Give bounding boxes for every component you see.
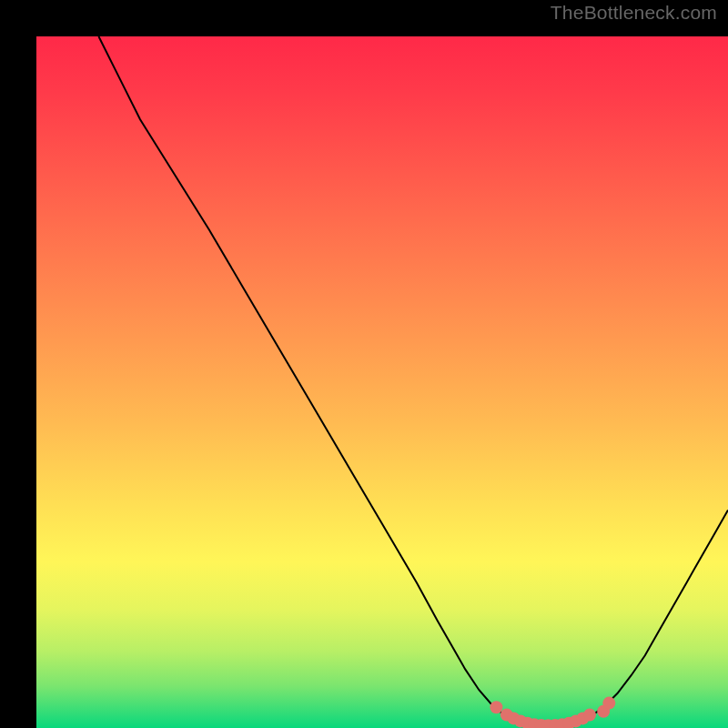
plot-area — [36, 36, 728, 728]
curve-marker-dot — [583, 709, 596, 722]
black-frame — [18, 18, 710, 710]
curve-marker-dot — [490, 701, 502, 713]
bottleneck-curve-line — [98, 36, 728, 726]
bottleneck-curve-svg — [36, 36, 728, 728]
curve-marker-dot — [602, 697, 615, 710]
watermark-text: TheBottleneck.com — [551, 2, 717, 24]
